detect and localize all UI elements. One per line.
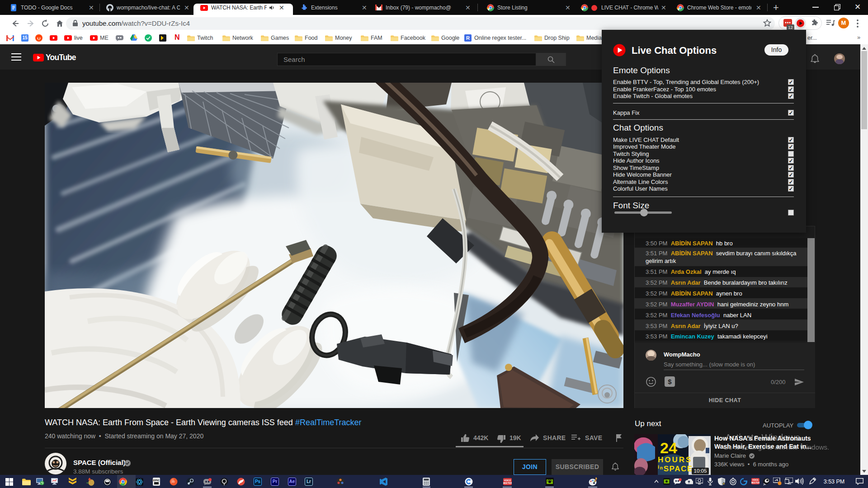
- svg-text:MEETER: MEETER: [751, 482, 760, 484]
- svg-text:MEETER: MEETER: [503, 482, 512, 484]
- svg-text:HOURS: HOURS: [658, 455, 692, 464]
- svg-text:24: 24: [660, 439, 677, 456]
- svg-text:ⁱⁿSPACE: ⁱⁿSPACE: [658, 465, 693, 473]
- svg-text:VOICE: VOICE: [752, 479, 759, 481]
- svg-text:EPIC: EPIC: [153, 479, 160, 482]
